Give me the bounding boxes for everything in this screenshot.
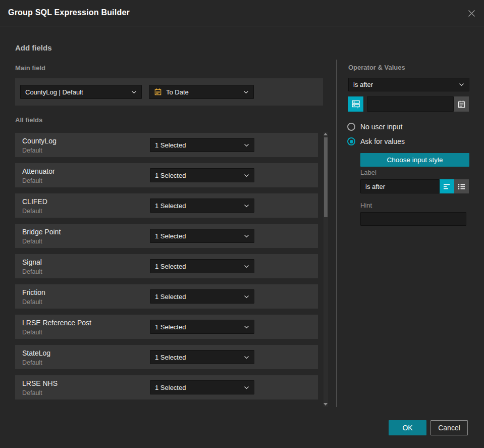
field-name: Signal	[22, 258, 42, 266]
chevron-down-icon	[131, 90, 137, 94]
field-row: Bridge PointDefault1 Selected	[15, 224, 318, 248]
field-values-select-value: 1 Selected	[155, 232, 186, 240]
field-subtitle: Default	[22, 329, 42, 336]
field-values-select-value: 1 Selected	[155, 293, 186, 301]
align-left-icon	[443, 183, 451, 190]
scroll-down-icon[interactable]	[324, 403, 328, 406]
radio-checked-icon	[347, 137, 355, 145]
operator-select-value: is after	[353, 81, 373, 88]
radio-unchecked-icon	[347, 123, 355, 131]
chevron-down-icon	[244, 325, 249, 329]
list-icon	[458, 183, 465, 190]
chevron-down-icon	[459, 83, 464, 86]
field-values-select[interactable]: 1 Selected	[150, 289, 254, 304]
ask-for-values-label: Ask for values	[360, 137, 405, 145]
all-fields-list: CountyLogDefault1 SelectedAttenuatorDefa…	[15, 133, 318, 406]
field-name: CountyLog	[22, 137, 57, 145]
field-values-select[interactable]: 1 Selected	[150, 350, 254, 364]
chevron-down-icon	[244, 265, 249, 268]
scrollbar-thumb[interactable]	[324, 137, 328, 217]
field-name: Attenuator	[22, 167, 55, 175]
field-values-select-value: 1 Selected	[155, 384, 186, 391]
ask-for-values-radio[interactable]: Ask for values	[347, 137, 405, 145]
field-subtitle: Default	[22, 389, 42, 396]
chevron-down-icon	[244, 174, 249, 177]
chevron-down-icon	[244, 295, 249, 298]
group-sql-expression-builder-dialog: Group SQL Expression Builder Add fields …	[0, 0, 484, 448]
date-mode-select[interactable]: To Date	[149, 85, 254, 99]
field-values-select[interactable]: 1 Selected	[150, 259, 254, 273]
field-name: LRSE NHS	[22, 379, 58, 387]
chevron-down-icon	[244, 234, 249, 238]
field-values-select-value: 1 Selected	[155, 354, 186, 361]
no-user-input-radio[interactable]: No user input	[347, 123, 402, 131]
field-values-select[interactable]: 1 Selected	[150, 138, 254, 152]
chevron-down-icon	[244, 143, 249, 147]
date-mode-select-value: To Date	[166, 88, 189, 96]
field-values-select-value: 1 Selected	[155, 323, 186, 331]
single-line-style-button[interactable]	[440, 179, 454, 193]
field-values-select[interactable]: 1 Selected	[150, 198, 254, 213]
field-values-select-value: 1 Selected	[155, 202, 186, 210]
field-values-select-value: 1 Selected	[155, 172, 186, 179]
field-values-select[interactable]: 1 Selected	[150, 380, 254, 394]
scroll-up-icon[interactable]	[324, 133, 328, 135]
calendar-icon	[154, 88, 162, 96]
field-row: LRSE Reference PostDefault1 Selected	[15, 315, 318, 339]
field-values-select[interactable]: 1 Selected	[150, 320, 254, 334]
list-style-button[interactable]	[454, 179, 469, 193]
field-subtitle: Default	[22, 177, 42, 184]
panel-divider	[336, 60, 337, 407]
chevron-down-icon	[244, 356, 249, 359]
calendar-icon	[457, 100, 466, 109]
field-row: CLIFEDDefault1 Selected	[15, 193, 318, 218]
value-input-type-button[interactable]	[348, 96, 363, 112]
main-field-select-value: CountyLog | Default	[25, 88, 83, 96]
add-fields-heading: Add fields	[15, 43, 52, 52]
field-values-select-value: 1 Selected	[155, 141, 186, 149]
hint-caption: Hint	[360, 202, 372, 209]
field-values-select[interactable]: 1 Selected	[150, 168, 254, 182]
value-input[interactable]	[367, 96, 454, 112]
choose-input-style-button[interactable]: Choose input style	[360, 153, 469, 167]
ok-button[interactable]: OK	[389, 420, 426, 435]
field-name: LRSE Reference Post	[22, 319, 91, 327]
field-row: StateLogDefault1 Selected	[15, 345, 318, 369]
close-button[interactable]	[466, 8, 476, 18]
label-caption: Label	[360, 169, 377, 176]
field-subtitle: Default	[22, 298, 42, 306]
no-user-input-label: No user input	[360, 123, 402, 131]
field-name: Friction	[22, 288, 45, 296]
chevron-down-icon	[244, 386, 249, 389]
field-values-select[interactable]: 1 Selected	[150, 229, 254, 243]
dialog-title: Group SQL Expression Builder	[8, 8, 130, 17]
fields-scrollbar[interactable]	[324, 132, 328, 407]
field-row: LRSE NHSDefault1 Selected	[15, 375, 318, 400]
field-row: SignalDefault1 Selected	[15, 254, 318, 278]
field-subtitle: Default	[22, 359, 42, 366]
hint-input[interactable]	[360, 212, 466, 226]
field-subtitle: Default	[22, 238, 42, 245]
field-row: CountyLogDefault1 Selected	[15, 133, 318, 157]
operator-values-label: Operator & Values	[348, 64, 405, 71]
cancel-button[interactable]: Cancel	[431, 420, 468, 435]
main-field-select[interactable]: CountyLog | Default	[20, 85, 142, 99]
chevron-down-icon	[244, 204, 249, 208]
date-picker-button[interactable]	[454, 96, 469, 112]
all-fields-label: All fields	[15, 116, 42, 124]
field-name: StateLog	[22, 349, 50, 357]
close-icon	[467, 9, 476, 18]
title-bar: Group SQL Expression Builder	[0, 0, 484, 26]
main-field-row: CountyLog | Default To Date	[15, 78, 323, 106]
operator-select[interactable]: is after	[348, 78, 469, 91]
field-row: AttenuatorDefault1 Selected	[15, 163, 318, 187]
label-input[interactable]	[360, 179, 440, 193]
field-subtitle: Default	[22, 147, 42, 154]
field-values-select-value: 1 Selected	[155, 263, 186, 270]
stacked-input-icon	[351, 99, 361, 109]
chevron-down-icon	[243, 90, 249, 94]
field-row: FrictionDefault1 Selected	[15, 284, 318, 309]
field-name: CLIFED	[22, 197, 47, 206]
field-subtitle: Default	[22, 208, 42, 215]
main-field-label: Main field	[15, 64, 45, 72]
